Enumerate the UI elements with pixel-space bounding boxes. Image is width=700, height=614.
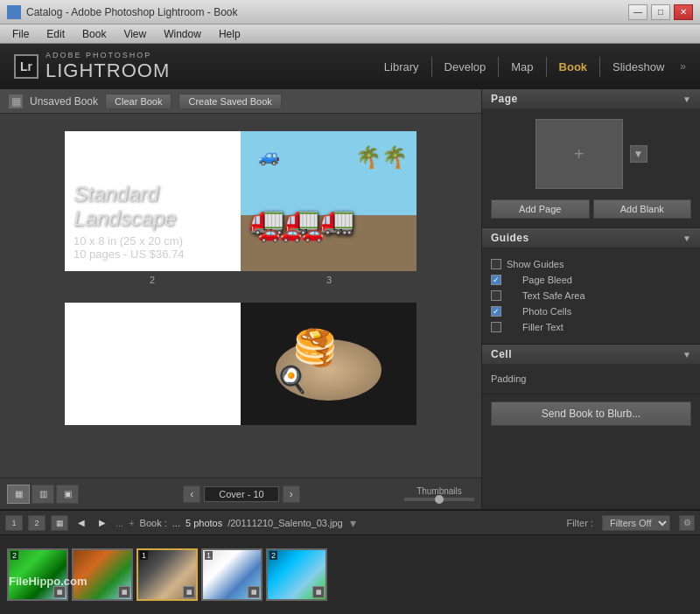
nav-library[interactable]: Library xyxy=(372,57,431,77)
page-preview-box: + xyxy=(536,119,623,189)
filmstrip-dropdown[interactable]: ▾ xyxy=(350,516,356,530)
cell-section-header[interactable]: Cell ▼ xyxy=(482,345,700,364)
add-page-button[interactable]: Add Page xyxy=(491,199,590,219)
filler-text-label: Filler Text xyxy=(507,322,564,332)
right-panel: Page ▼ + ▼ Add Page Add Blank Guides xyxy=(481,89,700,509)
grid-view-button[interactable]: ▦ xyxy=(7,485,30,504)
logo-text: ADOBE PHOTOSHOP LIGHTROOM xyxy=(46,51,170,82)
lr-badge: Lr xyxy=(14,54,38,79)
cell-section-arrow: ▼ xyxy=(682,350,691,359)
page-bleed-checkbox[interactable] xyxy=(491,275,501,285)
page-preview: + ▼ xyxy=(482,108,700,199)
filmstrip-plus: + xyxy=(129,518,134,528)
page-right: 🚛🚛🚛 🌴🌴 🚙 xyxy=(241,131,416,271)
filler-text-checkbox[interactable] xyxy=(491,322,501,332)
menu-book[interactable]: Book xyxy=(74,24,115,43)
minimize-button[interactable]: — xyxy=(628,4,648,20)
content-area: ▦ Unsaved Book Clear Book Create Saved B… xyxy=(0,89,700,509)
bottom-spread: 🥞 🍳 xyxy=(65,303,416,425)
menu-view[interactable]: View xyxy=(115,24,155,43)
filmstrip-toolbar: 1 2 ▦ ◀ ▶ ... + Book : ... 5 photos /201… xyxy=(0,511,700,535)
right-page-num: 3 xyxy=(242,275,416,285)
thumb-4[interactable]: 1 ▦ xyxy=(201,548,262,601)
filmstrip-settings-btn[interactable]: ⚙ xyxy=(679,515,695,531)
thumb-5-badge: ▦ xyxy=(312,586,325,598)
text-safe-checkbox[interactable] xyxy=(491,290,501,301)
unsaved-book-label: Unsaved Book xyxy=(30,95,98,108)
thumb-5[interactable]: 2 ▦ xyxy=(266,548,327,601)
filter-select[interactable]: Filters Off xyxy=(602,515,670,531)
title-bar-info: Catalog - Adobe Photoshop Lightroom - Bo… xyxy=(7,5,238,19)
photo-cells-item: Photo Cells xyxy=(491,304,691,319)
filmstrip-dual-btn[interactable]: 2 xyxy=(28,515,46,531)
thumb-2-badge: ▦ xyxy=(118,586,130,598)
create-saved-book-button[interactable]: Create Saved Book xyxy=(178,94,281,109)
next-page-button[interactable]: › xyxy=(283,485,300,503)
guides-section-arrow: ▼ xyxy=(682,234,691,243)
filmstrip-back-btn[interactable]: ◀ xyxy=(74,515,89,531)
thumb-1-num: 2 xyxy=(10,551,18,560)
plus-icon: + xyxy=(574,144,584,164)
menu-edit[interactable]: Edit xyxy=(38,24,74,43)
page-nav: ‹ Cover - 10 › xyxy=(183,485,299,503)
clear-book-button[interactable]: Clear Book xyxy=(105,94,172,109)
logo-title: LIGHTROOM xyxy=(46,59,170,82)
nav-develop[interactable]: Develop xyxy=(431,57,499,77)
app-container: Lr ADOBE PHOTOSHOP LIGHTROOM Library Dev… xyxy=(0,44,700,614)
page-section-header[interactable]: Page ▼ xyxy=(482,89,700,108)
filmstrip-num-btn[interactable]: 1 xyxy=(5,515,23,531)
thumb-4-num: 1 xyxy=(205,551,213,560)
guides-section-header[interactable]: Guides ▼ xyxy=(482,228,700,248)
show-guides-checkbox[interactable] xyxy=(491,259,501,269)
nav-book[interactable]: Book xyxy=(546,57,600,77)
nav-modules: Library Develop Map Book Slideshow » xyxy=(372,57,686,77)
close-button[interactable]: ✕ xyxy=(674,4,693,20)
page-section-arrow: ▼ xyxy=(682,94,691,104)
title-bar: Catalog - Adobe Photoshop Lightroom - Bo… xyxy=(0,0,700,24)
food2-emoji: 🍳 xyxy=(276,364,308,394)
cell-content: Padding xyxy=(482,364,700,394)
nav-slideshow[interactable]: Slideshow xyxy=(599,57,676,77)
page-numbers: 2 3 xyxy=(65,275,416,285)
thumb-5-num: 2 xyxy=(270,551,277,560)
nav-map[interactable]: Map xyxy=(498,57,545,77)
book-pages[interactable]: Standard Landscape 10 x 8 in (25 x 20 cm… xyxy=(0,114,481,478)
send-blurb-section: Send Book to Blurb... xyxy=(482,394,700,433)
guides-section-title: Guides xyxy=(491,232,529,244)
thumbnails-slider[interactable]: Thumbnails xyxy=(404,486,474,501)
thumb-4-badge: ▦ xyxy=(248,586,260,598)
maximize-button[interactable]: □ xyxy=(651,4,670,20)
filmstrip-grid-btn[interactable]: ▦ xyxy=(51,515,68,531)
photo-cells-checkbox[interactable] xyxy=(491,306,501,317)
spread-pages-1: Standard Landscape 10 x 8 in (25 x 20 cm… xyxy=(65,131,416,271)
thumb-3-badge: ▦ xyxy=(183,586,195,598)
filmstrip-fwd-btn[interactable]: ▶ xyxy=(94,515,110,531)
cell-section: Cell ▼ Padding xyxy=(482,345,700,394)
send-blurb-button[interactable]: Send Book to Blurb... xyxy=(491,401,691,426)
book-area: ▦ Unsaved Book Clear Book Create Saved B… xyxy=(0,89,481,509)
single-view-button[interactable]: ▥ xyxy=(32,485,54,504)
compare-view-button[interactable]: ▣ xyxy=(56,485,79,504)
text-safe-label: Text Safe Area xyxy=(507,290,585,301)
show-guides-label: Show Guides xyxy=(507,259,564,269)
preview-dropdown[interactable]: ▼ xyxy=(630,145,648,163)
thumb-3[interactable]: 1 ▦ xyxy=(136,548,198,601)
add-blank-button[interactable]: Add Blank xyxy=(593,199,692,219)
page-left: Standard Landscape 10 x 8 in (25 x 20 cm… xyxy=(65,131,241,271)
menu-help[interactable]: Help xyxy=(210,24,249,43)
menu-file[interactable]: File xyxy=(4,24,38,43)
filmstrip-book-label: Book : xyxy=(140,518,167,528)
prev-page-button[interactable]: ‹ xyxy=(183,485,200,503)
book-size: 10 x 8 in (25 x 20 cm) xyxy=(74,234,232,248)
guides-content: Show Guides Page Bleed Text Safe Area Ph… xyxy=(482,248,700,344)
car-emoji: 🚙 xyxy=(258,145,280,166)
menu-window[interactable]: Window xyxy=(155,24,210,43)
filmstrip-path-detail: /20111210_Salento_03.jpg xyxy=(228,518,343,528)
filter-label: Filter : xyxy=(566,518,593,528)
slider-thumb[interactable] xyxy=(435,495,444,504)
food-emoji: 🥞 xyxy=(293,327,337,368)
slider-track[interactable] xyxy=(404,498,474,501)
spread-pages-2: 🥞 🍳 xyxy=(65,303,416,425)
padding-label: Padding xyxy=(491,373,526,384)
bottom-page-right: 🥞 🍳 xyxy=(241,303,416,425)
